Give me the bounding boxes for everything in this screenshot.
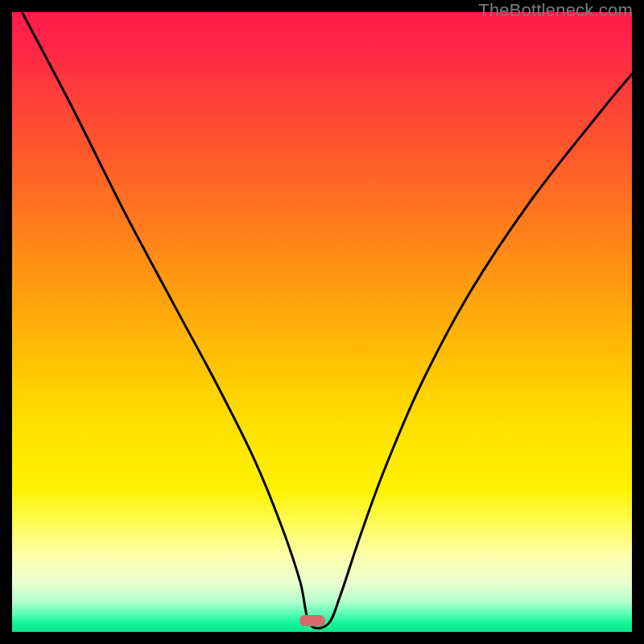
chart-stage: TheBottleneck.com [0,0,644,644]
plot-area [12,12,632,632]
optimal-marker [299,615,325,626]
bottleneck-curve [12,12,632,632]
curve-path [12,12,632,629]
watermark-text: TheBottleneck.com [478,0,633,21]
